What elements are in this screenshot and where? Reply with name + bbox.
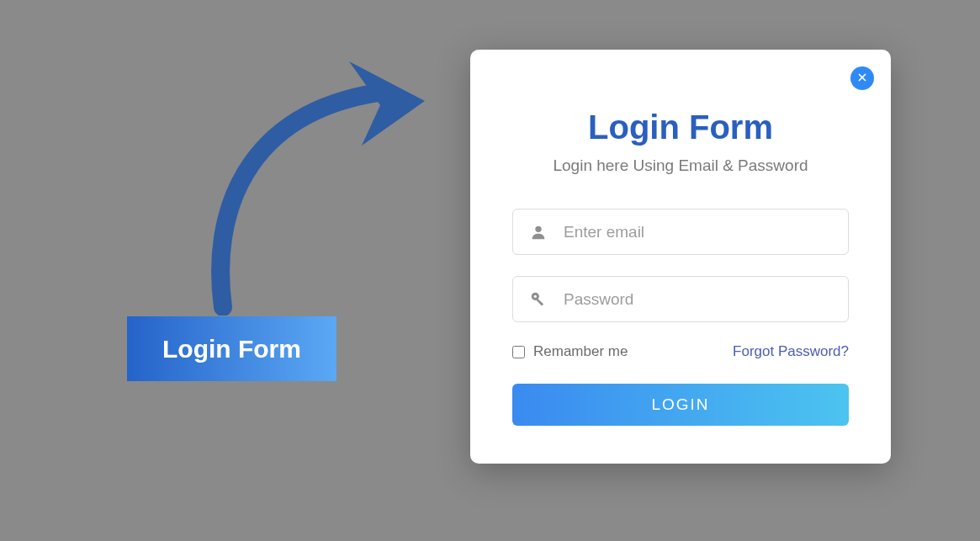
options-row: Remamber me Forgot Password? xyxy=(512,343,849,360)
key-icon xyxy=(528,289,548,310)
email-input[interactable] xyxy=(564,223,833,241)
password-input[interactable] xyxy=(564,290,833,309)
login-submit-button[interactable]: LOGIN xyxy=(512,384,849,426)
remember-me-checkbox[interactable] xyxy=(512,346,525,358)
close-button[interactable] xyxy=(850,66,874,90)
forgot-password-link[interactable]: Forgot Password? xyxy=(733,343,849,360)
password-input-group xyxy=(512,276,849,322)
remember-me-wrap[interactable]: Remamber me xyxy=(512,343,628,360)
curved-arrow-decoration xyxy=(185,46,437,316)
remember-me-label: Remamber me xyxy=(533,343,628,360)
modal-title: Login Form xyxy=(512,109,849,146)
modal-subtitle: Login here Using Email & Password xyxy=(512,156,849,175)
login-modal: Login Form Login here Using Email & Pass… xyxy=(470,50,891,464)
user-icon xyxy=(528,222,548,242)
svg-point-4 xyxy=(534,294,537,297)
submit-button-label: LOGIN xyxy=(651,395,709,413)
close-icon xyxy=(857,72,867,85)
email-input-group xyxy=(512,209,849,255)
button-label: Login Form xyxy=(162,335,301,363)
login-form-trigger-button[interactable]: Login Form xyxy=(127,316,336,381)
svg-point-2 xyxy=(535,225,541,231)
